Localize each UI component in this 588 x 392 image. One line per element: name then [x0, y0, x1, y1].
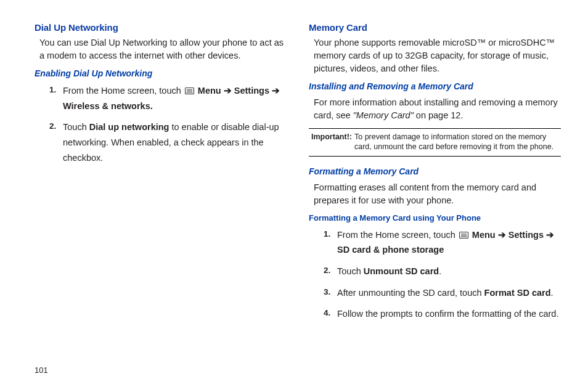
step-3: After unmounting the SD card, touch Form… — [324, 285, 561, 301]
important-label: Important!: — [311, 132, 352, 152]
heading-memory-card: Memory Card — [309, 22, 561, 33]
step2-dun: Dial up networking — [89, 122, 169, 132]
column-right: Memory Card Your phone supports removabl… — [309, 22, 561, 328]
menu-icon — [185, 88, 194, 94]
step-2: Touch Unmount SD card. — [324, 264, 561, 279]
body-install-info: For more information about installing an… — [314, 96, 561, 122]
arrow-icon: ➔ — [544, 230, 554, 240]
heading-dial-up: Dial Up Networking — [35, 22, 287, 33]
r-step1-sd: SD card & phone storage — [337, 245, 444, 255]
body-dial-up-intro: You can use Dial Up Networking to allow … — [39, 36, 287, 62]
step-1: From the Home screen, touch Menu ➔ Setti… — [49, 83, 287, 113]
step1-text-a: From the Home screen, touch — [63, 86, 184, 96]
important-text: To prevent damage to information stored … — [354, 132, 558, 152]
step-2: Touch Dial up networking to enable or di… — [49, 120, 287, 165]
r-step4: Follow the prompts to confirm the format… — [337, 309, 558, 319]
r-step1-settings: Settings — [508, 230, 544, 240]
r-step3-c: . — [551, 288, 553, 298]
menu-icon — [459, 232, 468, 239]
arrow-icon: ➔ — [221, 86, 234, 96]
arrow-icon: ➔ — [496, 230, 508, 240]
r-step2-c: . — [439, 266, 441, 276]
important-note: Important!: To prevent damage to informa… — [309, 128, 561, 157]
arrow-icon: ➔ — [269, 86, 280, 96]
subheading-enabling-dun: Enabling Dial Up Networking — [35, 68, 287, 78]
step1-settings: Settings — [234, 86, 269, 96]
steps-formatting: From the Home screen, touch Menu ➔ Setti… — [324, 227, 561, 322]
step1-wireless: Wireless & networks. — [63, 101, 153, 111]
subheading-formatting-phone: Formatting a Memory Card using Your Phon… — [309, 213, 561, 223]
page-columns: Dial Up Networking You can use Dial Up N… — [35, 22, 561, 328]
step-4: Follow the prompts to confirm the format… — [324, 306, 561, 322]
column-left: Dial Up Networking You can use Dial Up N… — [35, 22, 287, 328]
subheading-install-remove: Installing and Removing a Memory Card — [309, 81, 561, 91]
r-step3-b: Format SD card — [484, 288, 551, 298]
p2-ref: "Memory Card" — [353, 110, 414, 120]
step-1: From the Home screen, touch Menu ➔ Setti… — [324, 227, 561, 258]
step1-menu: Menu — [198, 86, 221, 96]
subheading-formatting: Formatting a Memory Card — [309, 166, 561, 176]
page-number: 101 — [35, 365, 48, 375]
steps-enabling-dun: From the Home screen, touch Menu ➔ Setti… — [49, 83, 287, 165]
r-step3-a: After unmounting the SD card, touch — [337, 288, 484, 298]
body-formatting-intro: Formatting erases all content from the m… — [314, 181, 561, 207]
r-step1-menu: Menu — [472, 230, 496, 240]
p2-b: on page 12. — [414, 110, 463, 120]
r-step2-b: Unmount SD card — [364, 266, 439, 276]
body-memory-intro: Your phone supports removable microSD™ o… — [314, 36, 561, 75]
step2-text-a: Touch — [63, 122, 89, 132]
r-step2-a: Touch — [337, 266, 364, 276]
r-step1-a: From the Home screen, touch — [337, 230, 458, 240]
